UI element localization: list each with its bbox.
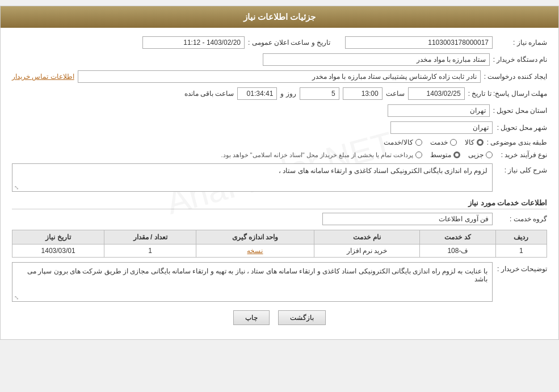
- creator-value: نادر ثابت زاده کارشناس پشتیبانی ستاد مبا…: [78, 70, 481, 83]
- need-desc-value: لزوم راه اندازی بایگانی الکترونیکی اسناد…: [12, 163, 493, 192]
- radio-jozi: [486, 151, 493, 158]
- category-label: طبقه بندی موضوعی :: [487, 138, 547, 146]
- cell-date: 1403/03/01: [12, 245, 104, 258]
- radio-khedmat: [450, 139, 457, 146]
- radio-asnad-label: پرداخت تمام یا بخشی از مبلغ خریداز محل "…: [221, 151, 413, 159]
- radio-motavasset-label: متوسط: [430, 151, 451, 159]
- page-header: جزئیات اطلاعات نیاز: [1, 6, 558, 28]
- city-value: تهران: [390, 121, 493, 134]
- purchase-type-motavasset[interactable]: متوسط: [430, 151, 460, 159]
- col-date: تاریخ نیاز: [12, 230, 104, 245]
- radio-jozi-label: جزیی: [468, 151, 484, 159]
- cell-service-code: ف-108: [420, 245, 495, 258]
- buyer-org-value: ستاد مبارزه با مواد مخدر: [263, 53, 490, 66]
- category-row: طبقه بندی موضوعی : کالا خدمت کالا/خدمت: [12, 138, 547, 146]
- deadline-time: 13:00: [343, 87, 383, 100]
- buyer-org-row: نام دستگاه خریدار : ستاد مبارزه با مواد …: [12, 53, 547, 66]
- category-option-kala-khedmat[interactable]: کالا/خدمت: [384, 138, 422, 146]
- need-desc-row: شرح کلی نیاز : لزوم راه اندازی بایگانی ا…: [12, 163, 547, 192]
- back-button[interactable]: بازگشت: [278, 310, 326, 325]
- category-option-khedmat[interactable]: خدمت: [430, 138, 457, 146]
- remaining-label: ساعت باقی مانده: [184, 90, 234, 98]
- cell-row-num: 1: [495, 245, 547, 258]
- table-row: 1 ف-108 خرید نرم افزار نسخه 1 1403/03/01: [12, 245, 547, 258]
- resize-icon-2: ⤡: [14, 294, 19, 301]
- col-quantity: تعداد / مقدار: [104, 230, 196, 245]
- resize-icon: ⤡: [14, 184, 19, 191]
- buyer-notes-label: توضیحات خریدار :: [496, 262, 547, 273]
- province-label: استان محل تحویل :: [493, 107, 547, 115]
- purchase-type-label: نوع فرآیند خرید :: [496, 151, 547, 159]
- col-service-code: کد خدمت: [420, 230, 495, 245]
- service-group-value: فن آوری اطلاعات: [322, 213, 493, 225]
- col-row-num: ردیف: [495, 230, 547, 245]
- radio-kala: [477, 139, 484, 146]
- purchase-type-jozi[interactable]: جزیی: [468, 151, 493, 159]
- need-desc-label: شرح کلی نیاز :: [496, 163, 547, 174]
- radio-kala-label: کالا: [465, 138, 474, 146]
- buttons-row: بازگشت چاپ: [12, 310, 547, 325]
- services-table: ردیف کد خدمت نام خدمت واحد اندازه گیری ت…: [12, 230, 547, 258]
- need-number-value: 1103003178000017: [345, 36, 493, 49]
- radio-asnad: [415, 151, 422, 158]
- province-row: استان محل تحویل : تهران: [12, 104, 547, 117]
- print-button[interactable]: چاپ: [233, 310, 270, 325]
- city-row: شهر محل تحویل : تهران: [12, 121, 547, 134]
- deadline-days: 5: [300, 87, 339, 100]
- purchase-type-options: جزیی متوسط پرداخت تمام یا بخشی از مبلغ خ…: [221, 151, 493, 159]
- service-group-row: گروه خدمت : فن آوری اطلاعات: [12, 213, 547, 225]
- buyer-org-label: نام دستگاه خریدار :: [493, 56, 547, 64]
- city-label: شهر محل تحویل :: [496, 124, 547, 132]
- purchase-type-asnad[interactable]: پرداخت تمام یا بخشی از مبلغ خریداز محل "…: [221, 151, 422, 159]
- cell-service-name: خرید نرم افزار: [314, 245, 420, 258]
- page-wrapper: AnaFinder.NET جزئیات اطلاعات نیاز شماره …: [0, 6, 559, 340]
- remaining-time: 01:34:41: [237, 87, 277, 100]
- radio-kala-khedmat: [415, 139, 422, 146]
- page-title: جزئیات اطلاعات نیاز: [243, 12, 316, 22]
- creator-row: ایجاد کننده درخواست : نادر ثابت زاده کار…: [12, 70, 547, 83]
- creator-label: ایجاد کننده درخواست :: [484, 73, 547, 81]
- cell-unit[interactable]: نسخه: [196, 245, 314, 258]
- col-unit: واحد اندازه گیری: [196, 230, 314, 245]
- buyer-notes-value: با عنایت به لزوم راه اندازی بایگانی الکت…: [12, 262, 493, 302]
- radio-kala-khedmat-label: کالا/خدمت: [384, 138, 413, 146]
- buyer-notes-row: توضیحات خریدار : با عنایت به لزوم راه ان…: [12, 262, 547, 302]
- category-options: کالا خدمت کالا/خدمت: [384, 138, 483, 146]
- service-info-section: اطلاعات خدمات مورد نیاز: [12, 199, 547, 209]
- category-option-kala[interactable]: کالا: [465, 138, 484, 146]
- announce-date-label: تاریخ و ساعت اعلان عمومی :: [248, 39, 330, 47]
- deadline-date: 1403/02/25: [408, 87, 465, 100]
- deadline-time-label: ساعت: [386, 90, 405, 98]
- announce-date-value: 1403/02/20 - 11:12: [142, 36, 245, 49]
- contact-info-link[interactable]: اطلاعات تماس خریدار: [12, 73, 74, 81]
- need-number-label: شماره نیاز :: [496, 39, 547, 47]
- deadline-row: مهلت ارسال پاسخ: تا تاریخ : 1403/02/25 س…: [12, 87, 547, 100]
- col-service-name: نام خدمت: [314, 230, 420, 245]
- service-group-label: گروه خدمت :: [496, 215, 547, 223]
- province-value: تهران: [388, 104, 490, 117]
- radio-khedmat-label: خدمت: [430, 138, 448, 146]
- purchase-type-row: نوع فرآیند خرید : جزیی متوسط پرداخت تمام…: [12, 151, 547, 159]
- need-number-row: شماره نیاز : 1103003178000017 تاریخ و سا…: [12, 36, 547, 49]
- main-content: شماره نیاز : 1103003178000017 تاریخ و سا…: [1, 28, 558, 339]
- radio-motavasset: [453, 151, 460, 158]
- cell-quantity: 1: [104, 245, 196, 258]
- deadline-day-label: روز و: [280, 90, 296, 98]
- deadline-label: مهلت ارسال پاسخ: تا تاریخ :: [468, 90, 547, 98]
